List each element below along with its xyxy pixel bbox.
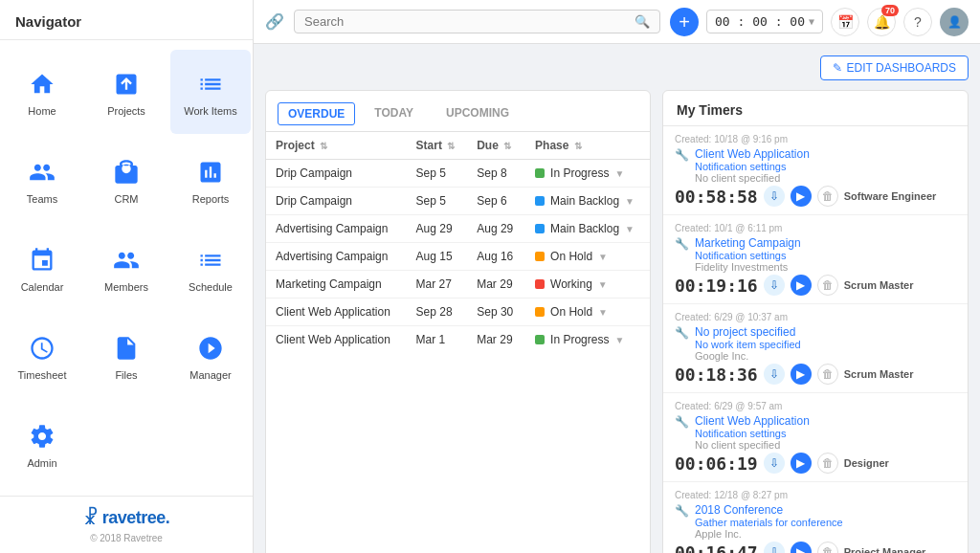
notifications-button[interactable]: 🔔 70: [867, 8, 896, 36]
timer-role: Software Engineer: [844, 190, 937, 202]
timer-role: Designer: [844, 457, 889, 469]
top-panels-row: OVERDUE TODAY UPCOMING Project ⇅: [265, 90, 969, 553]
calendar-icon: [25, 243, 59, 277]
timer-entry: Created: 6/29 @ 10:37 am 🔧 No project sp…: [663, 304, 968, 393]
help-button[interactable]: ?: [903, 8, 932, 36]
work-items-icon: [193, 67, 228, 101]
timer-download-button[interactable]: ⇩: [764, 364, 785, 385]
sidebar-item-teams[interactable]: Teams: [2, 138, 82, 222]
sidebar-item-members[interactable]: Members: [86, 226, 167, 310]
phase-dot: [535, 279, 545, 289]
sidebar-item-projects-label: Projects: [107, 105, 145, 117]
sidebar-item-crm[interactable]: CRM: [86, 138, 167, 222]
timer-task-name[interactable]: Notification settings: [695, 161, 956, 172]
phase-label: In Progress: [550, 333, 609, 346]
timer-delete-button[interactable]: 🗑: [817, 542, 838, 553]
sort-due-icon[interactable]: ⇅: [503, 141, 511, 151]
sidebar-item-teams-label: Teams: [27, 193, 57, 205]
sidebar-item-work-items[interactable]: Work Items: [170, 50, 251, 134]
phase-dot: [535, 335, 545, 344]
search-input[interactable]: [304, 14, 635, 29]
wrench-icon: 🔧: [675, 504, 689, 518]
app-title: Navigator: [0, 0, 253, 40]
phase-dropdown-icon[interactable]: ▼: [614, 335, 624, 345]
timer-project-name[interactable]: Client Web Application: [695, 147, 956, 161]
sidebar-item-projects[interactable]: Projects: [86, 50, 167, 134]
timer-delete-button[interactable]: 🗑: [817, 275, 838, 296]
members-icon: [109, 243, 144, 277]
phase-dropdown-icon[interactable]: ▼: [625, 196, 635, 207]
timer-project-name[interactable]: 2018 Conference: [695, 503, 956, 517]
timer-project-name[interactable]: Marketing Campaign: [695, 236, 956, 250]
sidebar-item-home[interactable]: Home: [2, 50, 82, 134]
phase-dropdown-icon[interactable]: ▼: [625, 224, 635, 234]
phase-cell: In Progress ▼: [525, 326, 650, 354]
sidebar-item-schedule[interactable]: Schedule: [170, 226, 251, 310]
timer-delete-button[interactable]: 🗑: [817, 364, 838, 385]
project-cell[interactable]: Client Web Application: [266, 299, 407, 326]
tab-overdue[interactable]: OVERDUE: [278, 102, 355, 125]
bell-icon: 🔔: [874, 14, 890, 30]
edit-dash-row: ✎ EDIT DASHBOARDS: [265, 55, 969, 80]
sort-project-icon[interactable]: ⇅: [320, 141, 327, 151]
timer-task-name[interactable]: No work item specified: [695, 339, 956, 350]
phase-dropdown-icon[interactable]: ▼: [598, 279, 608, 290]
sort-start-icon[interactable]: ⇅: [447, 141, 455, 151]
timer-play-button[interactable]: ▶: [791, 186, 812, 207]
timer-download-button[interactable]: ⇩: [764, 453, 785, 474]
search-icon: 🔍: [635, 14, 650, 29]
timer-display[interactable]: 00 : 00 : 00 ▼: [706, 10, 823, 33]
timer-play-button[interactable]: ▶: [791, 453, 812, 474]
wrench-icon: 🔧: [675, 148, 689, 162]
timer-download-button[interactable]: ⇩: [764, 542, 785, 553]
timer-download-button[interactable]: ⇩: [764, 186, 785, 207]
sidebar-footer: ☧ ravetree. © 2018 Ravetree: [0, 496, 253, 553]
col-phase: Phase ⇅: [525, 132, 650, 160]
edit-dashboards-button[interactable]: ✎ EDIT DASHBOARDS: [820, 55, 969, 80]
sort-phase-icon[interactable]: ⇅: [574, 141, 582, 151]
search-box[interactable]: 🔍: [294, 10, 660, 33]
sidebar-item-files[interactable]: Files: [86, 314, 167, 398]
start-cell: Mar 1: [407, 326, 468, 354]
project-cell[interactable]: Client Web Application: [266, 326, 407, 354]
phase-label: On Hold: [550, 250, 592, 263]
timer-task-name[interactable]: Notification settings: [695, 250, 956, 261]
nav-grid: Home Projects Work Items Teams: [0, 40, 253, 496]
timer-play-button[interactable]: ▶: [791, 542, 812, 553]
project-cell[interactable]: Advertising Campaign: [266, 215, 407, 243]
avatar[interactable]: 👤: [940, 8, 969, 36]
project-cell[interactable]: Marketing Campaign: [266, 271, 407, 299]
tab-upcoming[interactable]: UPCOMING: [433, 97, 523, 131]
project-cell[interactable]: Advertising Campaign: [266, 243, 407, 271]
calendar-button[interactable]: 📅: [831, 8, 859, 36]
add-button[interactable]: +: [670, 8, 699, 36]
project-cell[interactable]: Drip Campaign: [266, 160, 407, 188]
phase-dropdown-icon[interactable]: ▼: [598, 307, 608, 318]
timer-delete-button[interactable]: 🗑: [817, 453, 838, 474]
project-cell[interactable]: Drip Campaign: [266, 188, 407, 215]
timer-time-value: 00:19:16: [675, 276, 758, 296]
timer-project-name[interactable]: No project specified: [695, 325, 956, 339]
timer-task-name[interactable]: Gather materials for conference: [695, 517, 956, 528]
due-cell: Sep 8: [467, 160, 525, 188]
timer-task-name[interactable]: Notification settings: [695, 428, 956, 439]
sidebar-item-reports[interactable]: Reports: [170, 138, 251, 222]
table-row: Drip Campaign Sep 5 Sep 6 Main Backlog ▼: [266, 188, 650, 215]
phase-dropdown-icon[interactable]: ▼: [614, 168, 624, 179]
tab-today[interactable]: TODAY: [361, 97, 427, 131]
manager-icon: [193, 331, 228, 365]
timer-created: Created: 6/29 @ 9:57 am: [675, 401, 956, 411]
timer-entry: Created: 12/18 @ 8:27 pm 🔧 2018 Conferen…: [663, 482, 968, 553]
timer-play-button[interactable]: ▶: [791, 364, 812, 385]
timer-play-button[interactable]: ▶: [791, 275, 812, 296]
sidebar-item-calendar[interactable]: Calendar: [2, 226, 82, 310]
timer-delete-button[interactable]: 🗑: [817, 186, 838, 207]
sidebar-item-admin[interactable]: Admin: [2, 402, 82, 486]
sidebar-item-timesheet[interactable]: Timesheet: [2, 314, 82, 398]
timer-project-name[interactable]: Client Web Application: [695, 414, 956, 428]
timer-download-button[interactable]: ⇩: [764, 275, 785, 296]
start-cell: Aug 29: [407, 215, 468, 243]
sidebar-item-calendar-label: Calendar: [21, 281, 64, 293]
phase-dropdown-icon[interactable]: ▼: [598, 252, 608, 262]
sidebar-item-manager[interactable]: Manager: [170, 314, 251, 398]
